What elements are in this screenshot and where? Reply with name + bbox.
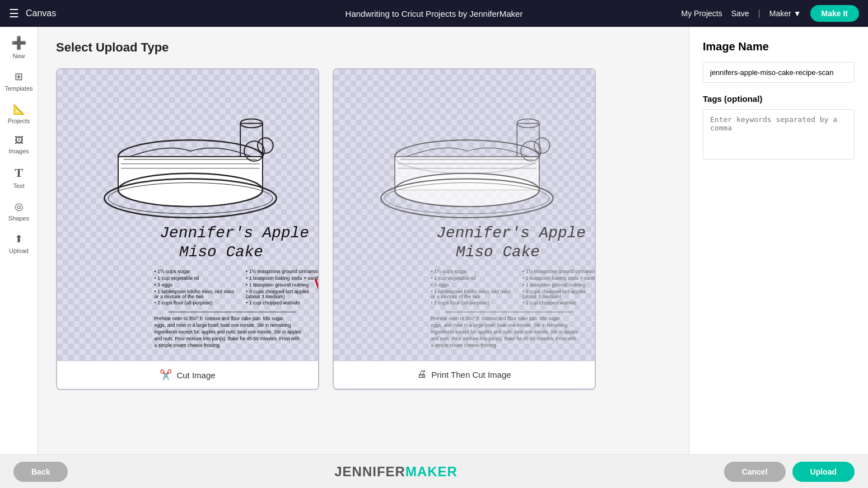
save-link[interactable]: Save bbox=[731, 9, 749, 18]
chevron-down-icon: ▼ bbox=[794, 9, 801, 18]
tags-title: Tags (optional) bbox=[703, 94, 855, 104]
main-layout: ➕ New ⊞ Templates 📐 Projects 🖼 Images T … bbox=[0, 27, 868, 454]
canvas-label: Canvas bbox=[26, 8, 56, 18]
sidebar-item-projects[interactable]: 📐 Projects bbox=[2, 98, 36, 129]
svg-text:(about 3 medium): (about 3 medium) bbox=[246, 294, 285, 299]
svg-text:• 1½ teaspoons ground cinnamon: • 1½ teaspoons ground cinnamon bbox=[522, 269, 595, 274]
upload-button[interactable]: Upload bbox=[792, 462, 855, 482]
svg-text:Preheat oven to 350° F. Grease: Preheat oven to 350° F. Grease and flour… bbox=[431, 316, 561, 321]
upload-type-title: Select Upload Type bbox=[56, 40, 671, 55]
bottom-right-actions: Cancel Upload bbox=[724, 462, 855, 482]
upload-area: Select Upload Type bbox=[38, 27, 689, 454]
brand-logo: JENNIFERMAKER bbox=[334, 464, 458, 480]
svg-text:eggs, and miso in a large bowl: eggs, and miso in a large bowl; beat one… bbox=[155, 322, 291, 328]
back-button[interactable]: Back bbox=[13, 462, 68, 482]
svg-text:or a mixture of the two: or a mixture of the two bbox=[155, 294, 204, 299]
svg-text:ingredients except for, apples: ingredients except for, apples and nuts;… bbox=[155, 329, 301, 335]
nav-right-actions: My Projects Save | Maker ▼ Make It bbox=[682, 5, 859, 22]
sidebar-item-templates[interactable]: ⊞ Templates bbox=[2, 66, 36, 96]
scissors-icon: ✂️ bbox=[160, 369, 172, 381]
tags-input[interactable] bbox=[703, 109, 855, 159]
svg-text:eggs, and miso in a large bowl: eggs, and miso in a large bowl; beat one… bbox=[431, 322, 568, 328]
top-navigation: ☰ Canvas Handwriting to Cricut Projects … bbox=[0, 0, 868, 27]
sidebar-item-text[interactable]: T Text bbox=[2, 161, 36, 194]
svg-text:a simple cream cheese frosting: a simple cream cheese frosting. bbox=[431, 342, 498, 348]
nav-divider: | bbox=[758, 8, 760, 18]
svg-text:and nuts. Pour mixture into pa: and nuts. Pour mixture into pan(s). Bake… bbox=[431, 336, 577, 341]
hamburger-menu[interactable]: ☰ bbox=[9, 7, 19, 20]
svg-line-32 bbox=[315, 279, 318, 304]
svg-text:• 1 teaspoon baking soda + van: • 1 teaspoon baking soda + vanilla bbox=[522, 275, 595, 281]
svg-text:• 1½ teaspoons ground cinnamon: • 1½ teaspoons ground cinnamon bbox=[246, 269, 318, 274]
print-then-cut-label: Print Then Cut Image bbox=[431, 370, 511, 379]
print-then-cut-preview: Jennifer's Apple Miso Cake • 1½ cups sug… bbox=[334, 69, 595, 360]
new-icon: ➕ bbox=[11, 36, 26, 50]
print-icon: 🖨 bbox=[417, 369, 427, 380]
svg-text:or a mixture of the two: or a mixture of the two bbox=[431, 294, 480, 299]
brand-jennifer: JENNIFER bbox=[334, 464, 405, 479]
svg-text:a simple cream cheese frosting: a simple cream cheese frosting. bbox=[155, 342, 221, 348]
content-area: Select Upload Type bbox=[38, 27, 689, 454]
svg-point-37 bbox=[395, 173, 539, 207]
upload-options: Jennifer's Apple Miso Cake • 1½ cups sug… bbox=[56, 68, 671, 390]
svg-text:• 1 cup vegetable oil: • 1 cup vegetable oil bbox=[155, 275, 199, 281]
maker-dropdown[interactable]: Maker ▼ bbox=[769, 9, 801, 18]
cut-image-card[interactable]: Jennifer's Apple Miso Cake • 1½ cups sug… bbox=[56, 68, 319, 390]
svg-text:• 1½ cups sugar: • 1½ cups sugar bbox=[431, 269, 467, 274]
upload-icon: ⬆ bbox=[15, 233, 23, 245]
cut-image-footer[interactable]: ✂️ Cut Image bbox=[57, 360, 318, 389]
svg-text:• 1 cup chopped walnuts: • 1 cup chopped walnuts bbox=[522, 300, 577, 306]
svg-text:• 3 eggs: • 3 eggs bbox=[431, 282, 450, 288]
page-title: Handwriting to Cricut Projects by Jennif… bbox=[346, 9, 523, 18]
sidebar-item-text-label: Text bbox=[13, 182, 24, 189]
sidebar-item-new-label: New bbox=[12, 53, 25, 59]
my-projects-link[interactable]: My Projects bbox=[682, 9, 722, 18]
svg-text:• 1 cup chopped walnuts: • 1 cup chopped walnuts bbox=[246, 300, 300, 306]
sidebar-item-shapes-label: Shapes bbox=[8, 215, 29, 222]
sidebar: ➕ New ⊞ Templates 📐 Projects 🖼 Images T … bbox=[0, 27, 38, 454]
svg-text:Jennifer's Apple: Jennifer's Apple bbox=[160, 224, 309, 242]
cut-image-preview: Jennifer's Apple Miso Cake • 1½ cups sug… bbox=[57, 69, 318, 360]
right-panel: Image Name Tags (optional) bbox=[689, 27, 868, 454]
shapes-icon: ◎ bbox=[15, 200, 24, 213]
sidebar-item-new[interactable]: ➕ New bbox=[2, 31, 36, 64]
brand-maker: MAKER bbox=[405, 464, 458, 479]
svg-text:(about 3 medium): (about 3 medium) bbox=[522, 294, 562, 299]
cut-image-svg: Jennifer's Apple Miso Cake • 1½ cups sug… bbox=[57, 69, 318, 360]
svg-text:Jennifer's Apple: Jennifer's Apple bbox=[436, 224, 585, 242]
svg-point-46 bbox=[534, 138, 550, 153]
svg-text:• 1 cup vegetable oil: • 1 cup vegetable oil bbox=[431, 275, 476, 281]
svg-text:ingredients except for, apples: ingredients except for, apples and nuts;… bbox=[431, 329, 578, 335]
svg-text:Miso Cake: Miso Cake bbox=[179, 243, 263, 261]
image-name-title: Image Name bbox=[703, 40, 855, 53]
svg-text:Miso Cake: Miso Cake bbox=[456, 243, 540, 261]
svg-text:• 1 teaspoon ground nutmeg: • 1 teaspoon ground nutmeg bbox=[246, 282, 309, 288]
cut-image-label: Cut Image bbox=[176, 370, 215, 380]
print-then-cut-card[interactable]: Jennifer's Apple Miso Cake • 1½ cups sug… bbox=[333, 68, 596, 390]
print-then-cut-svg: Jennifer's Apple Miso Cake • 1½ cups sug… bbox=[334, 69, 595, 360]
svg-text:• 2 cups flour (all-purpose): • 2 cups flour (all-purpose) bbox=[431, 300, 489, 306]
svg-text:• 1 teaspoon ground nutmeg: • 1 teaspoon ground nutmeg bbox=[522, 282, 585, 288]
sidebar-item-upload[interactable]: ⬆ Upload bbox=[2, 228, 36, 259]
cancel-button[interactable]: Cancel bbox=[724, 462, 786, 482]
projects-icon: 📐 bbox=[13, 103, 25, 115]
sidebar-item-shapes[interactable]: ◎ Shapes bbox=[2, 196, 36, 226]
print-then-cut-footer[interactable]: 🖨 Print Then Cut Image bbox=[334, 360, 595, 388]
sidebar-item-images[interactable]: 🖼 Images bbox=[2, 131, 36, 159]
sidebar-item-images-label: Images bbox=[8, 148, 29, 154]
svg-text:• 3 eggs: • 3 eggs bbox=[155, 282, 173, 288]
svg-text:and nuts. Pour mixture into pa: and nuts. Pour mixture into pan(s). Bake… bbox=[155, 336, 300, 341]
bottom-bar: Back JENNIFERMAKER Cancel Upload bbox=[0, 454, 868, 488]
sidebar-item-projects-label: Projects bbox=[8, 118, 30, 124]
image-name-input[interactable] bbox=[703, 62, 855, 83]
svg-text:• 1½ cups sugar: • 1½ cups sugar bbox=[155, 269, 190, 274]
svg-text:• 1 teaspoon baking soda + van: • 1 teaspoon baking soda + vanilla bbox=[246, 275, 318, 281]
svg-text:Preheat oven to 350° F. Grease: Preheat oven to 350° F. Grease and flour… bbox=[155, 316, 284, 321]
sidebar-item-templates-label: Templates bbox=[4, 85, 32, 92]
sidebar-item-upload-label: Upload bbox=[9, 247, 29, 254]
make-it-button[interactable]: Make It bbox=[810, 5, 859, 22]
templates-icon: ⊞ bbox=[15, 71, 23, 83]
svg-point-11 bbox=[258, 138, 273, 153]
svg-text:• 2 cups flour (all-purpose): • 2 cups flour (all-purpose) bbox=[155, 300, 213, 306]
text-icon: T bbox=[15, 166, 23, 180]
